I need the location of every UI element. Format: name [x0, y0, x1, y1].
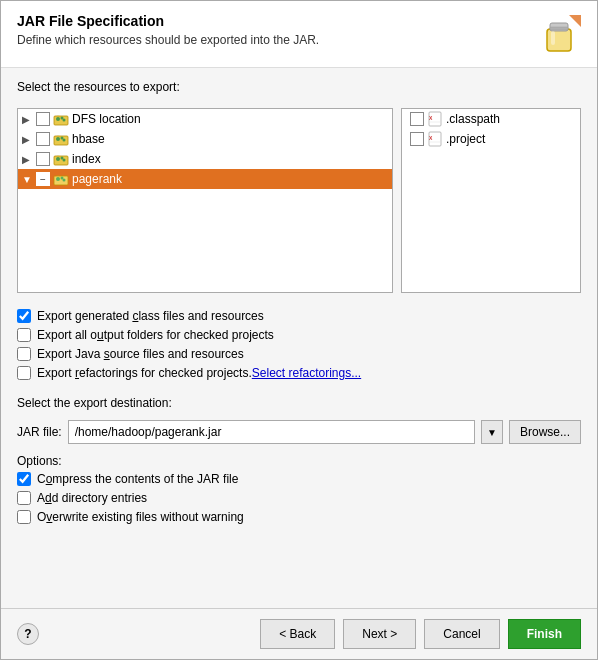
svg-point-8 [63, 119, 66, 122]
option-output-folders: Export all output folders for checked pr… [17, 328, 581, 342]
checkbox-compress[interactable] [17, 472, 31, 486]
hbase-icon [53, 131, 69, 147]
hbase-label: hbase [72, 132, 105, 146]
arrow-dfs: ▶ [22, 114, 36, 125]
option-compress: Compress the contents of the JAR file [17, 472, 581, 486]
dialog-subtitle: Define which resources should be exporte… [17, 33, 319, 47]
checkbox-project[interactable] [410, 132, 424, 146]
svg-rect-3 [550, 27, 568, 30]
jar-dropdown-button[interactable]: ▼ [481, 420, 503, 444]
svg-point-10 [56, 137, 60, 141]
file-tree[interactable]: X .classpath X .project [401, 108, 581, 293]
checkbox-classpath[interactable] [410, 112, 424, 126]
pagerank-label: pagerank [72, 172, 122, 186]
checkbox-hbase[interactable] [36, 132, 50, 146]
svg-point-20 [63, 179, 66, 182]
checkbox-output-folders[interactable] [17, 328, 31, 342]
checkbox-class-files[interactable] [17, 309, 31, 323]
tree-item-pagerank[interactable]: ▼ pagerank [18, 169, 392, 189]
index-label: index [72, 152, 101, 166]
option-class-files: Export generated class files and resourc… [17, 309, 581, 323]
checkbox-refactorings[interactable] [17, 366, 31, 380]
destination-section: Select the export destination: JAR file:… [17, 396, 581, 444]
checkbox-pagerank[interactable] [36, 172, 50, 186]
jar-options-list: Compress the contents of the JAR file Ad… [17, 468, 581, 530]
add-dir-label: Add directory entries [37, 491, 147, 505]
arrow-pagerank: ▼ [22, 174, 36, 185]
checkbox-source-files[interactable] [17, 347, 31, 361]
svg-point-16 [63, 159, 66, 162]
back-button[interactable]: < Back [260, 619, 335, 649]
refactorings-label: Export refactorings for checked projects… [37, 366, 361, 380]
checkbox-index[interactable] [36, 152, 50, 166]
index-icon [53, 151, 69, 167]
svg-point-14 [56, 157, 60, 161]
option-refactorings: Export refactorings for checked projects… [17, 366, 581, 380]
svg-marker-4 [569, 15, 581, 27]
pagerank-icon [53, 171, 69, 187]
classpath-icon: X [427, 111, 443, 127]
dfs-label: DFS location [72, 112, 141, 126]
select-refactorings-link[interactable]: Select refactorings... [252, 366, 361, 380]
options-section-label: Options: [17, 454, 581, 468]
project-tree[interactable]: ▶ DFS location ▶ [17, 108, 393, 293]
svg-point-12 [63, 139, 66, 142]
compress-label: Compress the contents of the JAR file [37, 472, 238, 486]
footer-left: ? [17, 623, 39, 645]
dfs-icon [53, 111, 69, 127]
arrow-index: ▶ [22, 154, 36, 165]
classpath-label: .classpath [446, 112, 500, 126]
option-overwrite: Overwrite existing files without warning [17, 510, 581, 524]
jar-row: JAR file: ▼ Browse... [17, 420, 581, 444]
destination-label: Select the export destination: [17, 396, 581, 410]
tree-item-project[interactable]: X .project [402, 129, 580, 149]
checkbox-overwrite[interactable] [17, 510, 31, 524]
tree-item-dfs[interactable]: ▶ DFS location [18, 109, 392, 129]
output-folders-label: Export all output folders for checked pr… [37, 328, 274, 342]
svg-point-18 [56, 177, 60, 181]
help-button[interactable]: ? [17, 623, 39, 645]
dialog-header: JAR File Specification Define which reso… [1, 1, 597, 68]
cancel-button[interactable]: Cancel [424, 619, 499, 649]
arrow-hbase: ▶ [22, 134, 36, 145]
dialog-content: Select the resources to export: ▶ [1, 68, 597, 608]
footer-right: < Back Next > Cancel Finish [260, 619, 581, 649]
tree-item-hbase[interactable]: ▶ hbase [18, 129, 392, 149]
dialog-title: JAR File Specification [17, 13, 319, 29]
project-label: .project [446, 132, 485, 146]
svg-point-6 [56, 117, 60, 121]
jar-file-input[interactable] [68, 420, 475, 444]
header-text-block: JAR File Specification Define which reso… [17, 13, 319, 47]
jar-options-section: Options: Compress the contents of the JA… [17, 454, 581, 530]
finish-button[interactable]: Finish [508, 619, 581, 649]
tree-item-index[interactable]: ▶ index [18, 149, 392, 169]
overwrite-label: Overwrite existing files without warning [37, 510, 244, 524]
checkbox-add-dir[interactable] [17, 491, 31, 505]
svg-rect-2 [551, 31, 555, 45]
option-source-files: Export Java source files and resources [17, 347, 581, 361]
browse-button[interactable]: Browse... [509, 420, 581, 444]
class-files-label: Export generated class files and resourc… [37, 309, 264, 323]
project-icon: X [427, 131, 443, 147]
tree-section: ▶ DFS location ▶ [17, 108, 581, 293]
option-add-dir: Add directory entries [17, 491, 581, 505]
jar-file-dialog: JAR File Specification Define which reso… [0, 0, 598, 660]
jar-file-label: JAR file: [17, 425, 62, 439]
svg-rect-0 [547, 29, 571, 51]
source-files-label: Export Java source files and resources [37, 347, 244, 361]
export-options: Export generated class files and resourc… [17, 303, 581, 386]
jar-icon [537, 13, 581, 57]
next-button[interactable]: Next > [343, 619, 416, 649]
resources-label: Select the resources to export: [17, 80, 581, 94]
dialog-footer: ? < Back Next > Cancel Finish [1, 608, 597, 659]
checkbox-dfs[interactable] [36, 112, 50, 126]
tree-item-classpath[interactable]: X .classpath [402, 109, 580, 129]
